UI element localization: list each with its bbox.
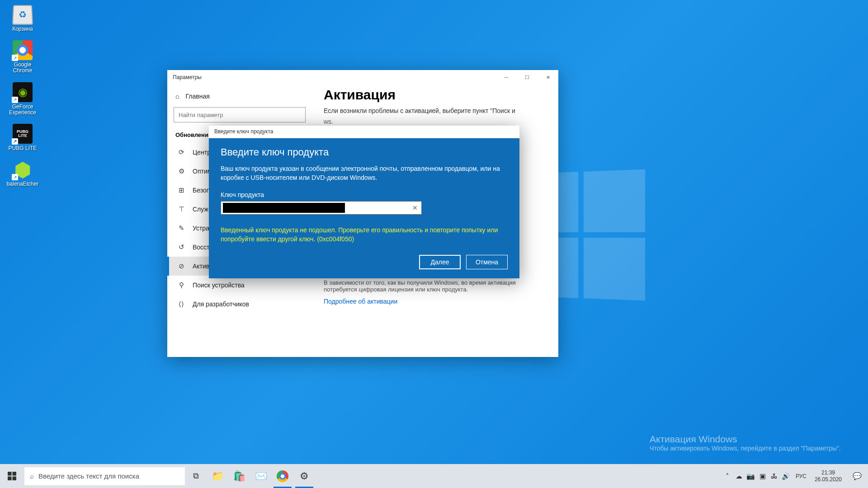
tray-time: 21:39 xyxy=(815,469,842,476)
learn-more-link[interactable]: Подробнее об активации xyxy=(324,298,397,305)
clear-input-icon[interactable]: ✕ xyxy=(412,204,418,211)
settings-titlebar[interactable]: Параметры ─ ☐ ✕ xyxy=(167,70,558,84)
svg-rect-1 xyxy=(12,472,16,476)
chrome-icon xyxy=(13,40,33,60)
next-button[interactable]: Далее xyxy=(419,255,461,269)
activation-intro: Если возникли проблемы с активацией, выб… xyxy=(324,107,547,114)
taskbar-explorer[interactable]: 📁 xyxy=(207,464,228,488)
shield-icon: ⊞ xyxy=(177,186,185,194)
task-view-button[interactable]: ⧉ xyxy=(185,464,207,488)
dialog-error-message: Введенный ключ продукта не подошел. Пров… xyxy=(221,225,508,244)
home-icon: ⌂ xyxy=(175,93,179,100)
desktop-icon-label: Google Chrome xyxy=(5,62,41,74)
sidebar-item-developers[interactable]: ⟨⟩Для разработчиков xyxy=(167,295,312,314)
taskbar-settings[interactable]: ⚙ xyxy=(293,464,315,488)
desktop-icon-label: PUBG LITE xyxy=(5,145,41,151)
window-title: Параметры xyxy=(173,74,202,80)
tray-network-icon[interactable]: 🖧 xyxy=(769,464,780,488)
gear-icon: ⚙ xyxy=(300,470,309,482)
sidebar-item-label: Для разработчиков xyxy=(193,300,249,308)
window-maximize-button[interactable]: ☐ xyxy=(517,70,538,84)
dialog-titlebar[interactable]: Введите ключ продукта xyxy=(209,126,519,138)
product-key-dialog: Введите ключ продукта Введите ключ проду… xyxy=(209,126,519,278)
desktop-icon-recycle-bin[interactable]: Корзина xyxy=(5,5,41,32)
taskbar-chrome[interactable] xyxy=(272,464,293,488)
desktop-icon-label: GeForce Experience xyxy=(5,104,41,116)
desktop-icon-chrome[interactable]: Google Chrome xyxy=(5,40,41,74)
tray-clock[interactable]: 21:39 26.05.2020 xyxy=(810,469,846,483)
search-placeholder: Введите здесь текст для поиска xyxy=(38,472,139,480)
delivery-icon: ⚙ xyxy=(177,167,185,175)
tray-nvidia-icon[interactable]: ▣ xyxy=(757,464,769,488)
start-button[interactable] xyxy=(0,464,24,488)
cancel-button[interactable]: Отмена xyxy=(466,255,508,269)
svg-rect-2 xyxy=(8,476,12,480)
recovery-icon: ↺ xyxy=(177,243,185,251)
search-icon: ⌕ xyxy=(30,472,34,480)
product-key-desc: В зависимости от того, как вы получили W… xyxy=(324,279,547,293)
svg-rect-0 xyxy=(8,472,12,476)
watermark-title: Активация Windows xyxy=(650,434,841,445)
mail-icon: ✉️ xyxy=(255,470,267,482)
svg-rect-3 xyxy=(12,476,16,480)
taskbar-search[interactable]: ⌕ Введите здесь текст для поиска xyxy=(24,467,185,485)
troubleshoot-icon: ✎ xyxy=(177,224,185,232)
balena-icon xyxy=(13,160,33,179)
backup-icon: ⊤ xyxy=(177,205,185,213)
task-view-icon: ⧉ xyxy=(193,471,199,481)
desktop-icon-geforce[interactable]: GeForce Experience xyxy=(5,82,41,116)
desktop-icon-pubg[interactable]: PUBG LITE xyxy=(5,124,41,151)
tray-language[interactable]: РУС xyxy=(792,473,810,479)
settings-search-input[interactable] xyxy=(174,107,306,122)
dialog-hint: Ваш ключ продукта указан в сообщении эле… xyxy=(221,164,508,182)
dialog-heading: Введите ключ продукта xyxy=(221,146,508,158)
find-device-icon: ⚲ xyxy=(177,281,185,289)
product-key-input[interactable]: ✕ xyxy=(221,201,422,215)
sidebar-item-find-device[interactable]: ⚲Поиск устройства xyxy=(167,276,312,295)
window-minimize-button[interactable]: ─ xyxy=(496,70,517,84)
sync-icon: ⟳ xyxy=(177,148,185,156)
tray-notifications-icon[interactable]: 💬 xyxy=(846,464,868,488)
taskbar-mail[interactable]: ✉️ xyxy=(250,464,272,488)
taskbar: ⌕ Введите здесь текст для поиска ⧉ 📁 🛍️ … xyxy=(0,464,868,488)
window-close-button[interactable]: ✕ xyxy=(538,70,558,84)
desktop-icon-balena[interactable]: balenaEtcher xyxy=(5,160,41,187)
sidebar-item-label: Безоп xyxy=(193,187,210,194)
folder-icon: 📁 xyxy=(212,470,224,482)
pubg-icon xyxy=(13,124,33,144)
desktop-icons-column: Корзина Google Chrome GeForce Experience… xyxy=(5,5,41,195)
activation-watermark: Активация Windows Чтобы активировать Win… xyxy=(650,434,841,452)
watermark-subtitle: Чтобы активировать Windows, перейдите в … xyxy=(650,445,841,452)
nvidia-icon xyxy=(13,82,33,102)
product-key-redacted xyxy=(223,203,345,213)
tray-chevron-up-icon[interactable]: ˄ xyxy=(722,464,733,488)
page-title: Активация xyxy=(324,87,547,103)
desktop-icon-label: balenaEtcher xyxy=(5,181,41,187)
tray-meet-now-icon[interactable]: 📷 xyxy=(745,464,757,488)
store-icon: 🛍️ xyxy=(233,470,245,482)
product-key-field-label: Ключ продукта xyxy=(221,191,508,198)
system-tray: ˄ ☁ 📷 ▣ 🖧 🔊 РУС 21:39 26.05.2020 💬 xyxy=(722,464,868,488)
sidebar-home-label: Главная xyxy=(185,93,209,100)
activation-icon: ⊘ xyxy=(177,262,185,270)
chrome-icon xyxy=(277,470,288,482)
windows-icon xyxy=(8,472,16,480)
recycle-bin-icon xyxy=(12,5,33,25)
sidebar-item-label: Центр xyxy=(193,149,211,156)
tray-onedrive-icon[interactable]: ☁ xyxy=(733,464,745,488)
sidebar-home[interactable]: ⌂ Главная xyxy=(167,88,312,104)
taskbar-store[interactable]: 🛍️ xyxy=(228,464,250,488)
tray-volume-icon[interactable]: 🔊 xyxy=(780,464,792,488)
developer-icon: ⟨⟩ xyxy=(177,300,185,308)
sidebar-item-label: Поиск устройства xyxy=(193,282,245,289)
desktop-icon-label: Корзина xyxy=(5,26,41,32)
tray-date: 26.05.2020 xyxy=(815,476,842,483)
